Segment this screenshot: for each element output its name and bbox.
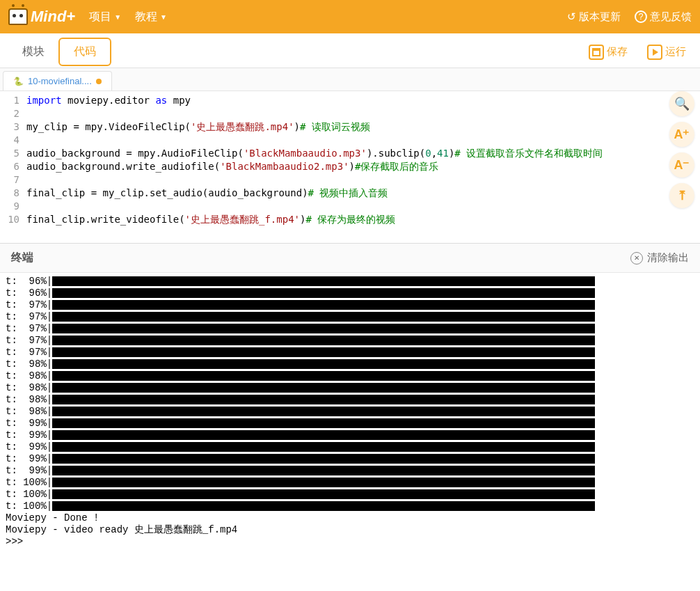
clear-icon: ✕ (630, 252, 643, 265)
progress-bar (52, 300, 595, 310)
line-number: 6 (3, 160, 19, 173)
tab-blocks[interactable]: 模块 (8, 39, 58, 65)
terminal-line: t: 99%| (6, 430, 694, 441)
clear-output-button[interactable]: ✕ 清除输出 (630, 251, 689, 265)
code-editor[interactable]: 12345678910 import moviepy.editor as mpy… (0, 91, 700, 229)
app-header: Mind+ 项目 ▼ 教程 ▼ ↺ 版本更新 ? 意见反馈 (0, 0, 700, 33)
search-icon: 🔍 (674, 96, 690, 111)
history-icon: ↺ (567, 10, 576, 23)
menu-project[interactable]: 项目 ▼ (89, 10, 121, 24)
dirty-indicator-icon (96, 79, 102, 84)
code-line[interactable]: audio_background = mpy.AudioFileClip('Bl… (26, 147, 603, 160)
terminal-line: t: 98%| (6, 358, 694, 370)
terminal-line: t: 99%| (6, 441, 694, 453)
progress-bar (52, 430, 595, 440)
terminal-line: t: 100%| (6, 501, 694, 512)
code-line[interactable]: import moviepy.editor as mpy (26, 94, 603, 107)
font-minus-icon: A⁻ (674, 157, 690, 173)
terminal-line: t: 97%| (6, 311, 694, 323)
line-number: 5 (3, 147, 19, 160)
chevron-down-icon: ▼ (160, 13, 167, 21)
code-line[interactable] (26, 134, 603, 147)
header-menu: 项目 ▼ 教程 ▼ (89, 10, 167, 24)
progress-bar (52, 466, 595, 475)
font-decrease-button[interactable]: A⁻ (669, 152, 694, 178)
terminal-line: t: 97%| (6, 335, 694, 347)
progress-bar (52, 478, 595, 487)
terminal-line: t: 100%| (6, 477, 694, 489)
progress-bar (52, 442, 595, 452)
progress-bar (52, 395, 595, 404)
terminal-line: >>> (6, 536, 694, 548)
python-icon: 🐍 (13, 77, 24, 86)
progress-bar (52, 418, 595, 428)
toolbar: 模块 代码 保存 运行 (0, 33, 700, 68)
run-button[interactable]: 运行 (642, 42, 692, 63)
menu-tutorial[interactable]: 教程 ▼ (135, 10, 167, 24)
save-button[interactable]: 保存 (583, 42, 633, 63)
search-button[interactable]: 🔍 (669, 91, 694, 116)
code-line[interactable]: final_clip.write_videofile('史上最愚蠢翻跳_f.mp… (26, 213, 603, 226)
file-name: 10-moviefinal.... (28, 76, 92, 86)
line-number: 2 (3, 107, 19, 120)
terminal-line: t: 96%| (6, 276, 694, 287)
feedback-button[interactable]: ? 意见反馈 (635, 10, 692, 24)
code-line[interactable]: my_clip = mpy.VideoFileClip('史上最愚蠢翻跳.mp4… (26, 120, 603, 134)
progress-bar (52, 324, 595, 333)
progress-bar (52, 407, 595, 416)
terminal-header: 终端 ✕ 清除输出 (0, 243, 700, 273)
line-gutter: 12345678910 (0, 91, 26, 229)
progress-bar (52, 489, 595, 499)
line-number: 3 (3, 120, 19, 134)
progress-bar (52, 359, 595, 369)
file-tabs: 🐍 10-moviefinal.... (0, 68, 700, 91)
chevron-down-icon: ▼ (114, 13, 121, 21)
editor-side-tools: 🔍 A⁺ A⁻ ⤒ (669, 91, 694, 208)
help-icon: ? (635, 10, 647, 23)
terminal-line: t: 98%| (6, 406, 694, 418)
progress-bar (52, 312, 595, 322)
logo-icon (8, 8, 28, 25)
progress-bar (52, 276, 595, 286)
progress-bar (52, 454, 595, 464)
progress-bar (52, 371, 595, 381)
code-line[interactable] (26, 107, 603, 120)
line-number: 9 (3, 200, 19, 213)
app-logo: Mind+ (8, 8, 75, 26)
progress-bar (52, 288, 595, 298)
line-number: 10 (3, 213, 19, 226)
terminal-line: t: 97%| (6, 299, 694, 311)
editor-container: 12345678910 import moviepy.editor as mpy… (0, 91, 700, 229)
line-number: 7 (3, 173, 19, 187)
progress-bar (52, 347, 595, 357)
terminal-line: t: 97%| (6, 323, 694, 335)
line-number: 8 (3, 187, 19, 200)
font-increase-button[interactable]: A⁺ (669, 122, 694, 147)
code-line[interactable] (26, 173, 603, 187)
file-tab[interactable]: 🐍 10-moviefinal.... (3, 71, 112, 90)
version-update-button[interactable]: ↺ 版本更新 (567, 10, 621, 24)
save-icon (589, 45, 604, 60)
tab-code[interactable]: 代码 (58, 38, 111, 66)
progress-bar (52, 501, 595, 511)
code-content[interactable]: import moviepy.editor as mpy my_clip = m… (26, 91, 603, 229)
logo-text: Mind+ (31, 8, 75, 26)
code-line[interactable] (26, 200, 603, 213)
progress-bar (52, 383, 595, 393)
terminal-output[interactable]: t: 96%|t: 96%|t: 97%|t: 97%|t: 97%|t: 97… (0, 273, 700, 551)
code-line[interactable]: final_clip = my_clip.set_audio(audio_bac… (26, 187, 603, 200)
terminal-line: t: 96%| (6, 287, 694, 299)
font-plus-icon: A⁺ (674, 127, 690, 142)
terminal-line: Moviepy - video ready 史上最愚蠢翻跳_f.mp4 (6, 524, 694, 536)
progress-bar (52, 336, 595, 345)
collapse-button[interactable]: ⤒ (669, 183, 694, 208)
terminal-line: t: 100%| (6, 489, 694, 501)
terminal-line: t: 97%| (6, 347, 694, 358)
terminal-title: 终端 (11, 251, 33, 265)
terminal-line: t: 99%| (6, 418, 694, 430)
play-icon (647, 45, 662, 60)
code-line[interactable]: audio_background.write_audiofile('BlackM… (26, 160, 603, 173)
terminal-line: t: 99%| (6, 453, 694, 465)
terminal-line: t: 98%| (6, 382, 694, 394)
terminal-line: Moviepy - Done ! (6, 512, 694, 524)
